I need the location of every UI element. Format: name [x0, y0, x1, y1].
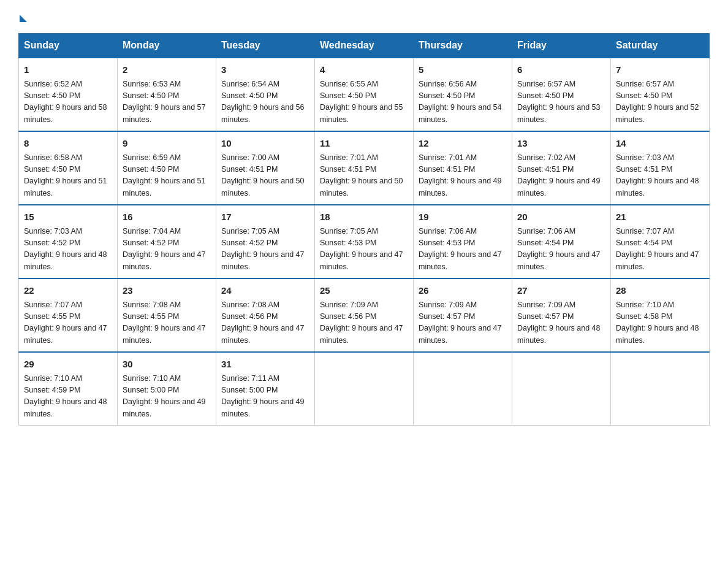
day-info: Sunrise: 7:05 AMSunset: 4:52 PMDaylight:… — [221, 227, 305, 271]
day-number: 22 — [24, 284, 112, 298]
day-number: 17 — [221, 210, 309, 224]
day-info: Sunrise: 7:07 AMSunset: 4:55 PMDaylight:… — [24, 301, 107, 345]
day-number: 20 — [517, 210, 605, 224]
day-number: 30 — [123, 358, 211, 372]
day-number: 1 — [24, 63, 112, 77]
calendar-day-cell: 9Sunrise: 6:59 AMSunset: 4:50 PMDaylight… — [118, 131, 216, 205]
calendar-day-cell: 23Sunrise: 7:08 AMSunset: 4:55 PMDayligh… — [118, 278, 216, 352]
day-number: 4 — [320, 63, 408, 77]
calendar-day-cell: 17Sunrise: 7:05 AMSunset: 4:52 PMDayligh… — [216, 205, 315, 278]
day-info: Sunrise: 6:58 AMSunset: 4:50 PMDaylight:… — [24, 153, 107, 197]
header-tuesday: Tuesday — [216, 34, 315, 58]
calendar-day-cell — [414, 352, 512, 426]
calendar-day-cell — [611, 352, 710, 426]
day-number: 15 — [24, 210, 112, 224]
calendar-day-cell: 10Sunrise: 7:00 AMSunset: 4:51 PMDayligh… — [216, 131, 315, 205]
day-number: 8 — [24, 137, 112, 151]
calendar-day-cell: 6Sunrise: 6:57 AMSunset: 4:50 PMDaylight… — [512, 58, 611, 131]
day-info: Sunrise: 7:09 AMSunset: 4:57 PMDaylight:… — [419, 301, 502, 345]
calendar-day-cell: 8Sunrise: 6:58 AMSunset: 4:50 PMDaylight… — [19, 131, 118, 205]
calendar-day-cell: 1Sunrise: 6:52 AMSunset: 4:50 PMDaylight… — [19, 58, 118, 131]
header-sunday: Sunday — [19, 34, 118, 58]
day-info: Sunrise: 7:09 AMSunset: 4:57 PMDaylight:… — [517, 301, 601, 345]
day-info: Sunrise: 7:06 AMSunset: 4:54 PMDaylight:… — [517, 227, 601, 271]
calendar-header-row: SundayMondayTuesdayWednesdayThursdayFrid… — [19, 34, 710, 58]
day-number: 5 — [419, 63, 507, 77]
day-info: Sunrise: 6:55 AMSunset: 4:50 PMDaylight:… — [320, 80, 403, 124]
day-info: Sunrise: 7:00 AMSunset: 4:51 PMDaylight:… — [221, 153, 305, 197]
day-info: Sunrise: 7:10 AMSunset: 4:58 PMDaylight:… — [616, 301, 699, 345]
day-info: Sunrise: 7:06 AMSunset: 4:53 PMDaylight:… — [419, 227, 502, 271]
day-info: Sunrise: 7:09 AMSunset: 4:56 PMDaylight:… — [320, 301, 403, 345]
day-number: 23 — [123, 284, 211, 298]
day-number: 18 — [320, 210, 408, 224]
calendar-day-cell: 14Sunrise: 7:03 AMSunset: 4:51 PMDayligh… — [611, 131, 710, 205]
calendar-day-cell: 4Sunrise: 6:55 AMSunset: 4:50 PMDaylight… — [315, 58, 414, 131]
day-info: Sunrise: 6:59 AMSunset: 4:50 PMDaylight:… — [123, 153, 206, 197]
day-info: Sunrise: 7:02 AMSunset: 4:51 PMDaylight:… — [517, 153, 601, 197]
calendar-day-cell: 30Sunrise: 7:10 AMSunset: 5:00 PMDayligh… — [118, 352, 216, 426]
day-number: 24 — [221, 284, 309, 298]
calendar-day-cell: 13Sunrise: 7:02 AMSunset: 4:51 PMDayligh… — [512, 131, 611, 205]
calendar-day-cell: 20Sunrise: 7:06 AMSunset: 4:54 PMDayligh… — [512, 205, 611, 278]
calendar-day-cell: 18Sunrise: 7:05 AMSunset: 4:53 PMDayligh… — [315, 205, 414, 278]
calendar-week-row: 29Sunrise: 7:10 AMSunset: 4:59 PMDayligh… — [19, 352, 710, 426]
day-info: Sunrise: 7:10 AMSunset: 5:00 PMDaylight:… — [123, 374, 206, 418]
calendar-day-cell: 5Sunrise: 6:56 AMSunset: 4:50 PMDaylight… — [414, 58, 512, 131]
day-number: 10 — [221, 137, 309, 151]
day-info: Sunrise: 7:03 AMSunset: 4:51 PMDaylight:… — [616, 153, 699, 197]
day-info: Sunrise: 6:54 AMSunset: 4:50 PMDaylight:… — [221, 80, 305, 124]
day-info: Sunrise: 7:01 AMSunset: 4:51 PMDaylight:… — [419, 153, 502, 197]
day-number: 7 — [616, 63, 704, 77]
day-info: Sunrise: 6:57 AMSunset: 4:50 PMDaylight:… — [517, 80, 601, 124]
header-friday: Friday — [512, 34, 611, 58]
day-number: 14 — [616, 137, 704, 151]
calendar-day-cell: 28Sunrise: 7:10 AMSunset: 4:58 PMDayligh… — [611, 278, 710, 352]
calendar-day-cell: 7Sunrise: 6:57 AMSunset: 4:50 PMDaylight… — [611, 58, 710, 131]
day-number: 9 — [123, 137, 211, 151]
header-saturday: Saturday — [611, 34, 710, 58]
calendar-day-cell: 19Sunrise: 7:06 AMSunset: 4:53 PMDayligh… — [414, 205, 512, 278]
logo — [18, 12, 27, 21]
header-monday: Monday — [118, 34, 216, 58]
day-number: 27 — [517, 284, 605, 298]
calendar-table: SundayMondayTuesdayWednesdayThursdayFrid… — [18, 33, 710, 426]
calendar-week-row: 8Sunrise: 6:58 AMSunset: 4:50 PMDaylight… — [19, 131, 710, 205]
day-info: Sunrise: 7:03 AMSunset: 4:52 PMDaylight:… — [24, 227, 107, 271]
calendar-day-cell: 25Sunrise: 7:09 AMSunset: 4:56 PMDayligh… — [315, 278, 414, 352]
day-info: Sunrise: 7:07 AMSunset: 4:54 PMDaylight:… — [616, 227, 699, 271]
calendar-day-cell: 12Sunrise: 7:01 AMSunset: 4:51 PMDayligh… — [414, 131, 512, 205]
day-number: 25 — [320, 284, 408, 298]
day-info: Sunrise: 7:05 AMSunset: 4:53 PMDaylight:… — [320, 227, 403, 271]
calendar-day-cell: 16Sunrise: 7:04 AMSunset: 4:52 PMDayligh… — [118, 205, 216, 278]
day-number: 13 — [517, 137, 605, 151]
calendar-day-cell: 15Sunrise: 7:03 AMSunset: 4:52 PMDayligh… — [19, 205, 118, 278]
calendar-day-cell: 24Sunrise: 7:08 AMSunset: 4:56 PMDayligh… — [216, 278, 315, 352]
day-number: 11 — [320, 137, 408, 151]
calendar-week-row: 22Sunrise: 7:07 AMSunset: 4:55 PMDayligh… — [19, 278, 710, 352]
day-info: Sunrise: 7:10 AMSunset: 4:59 PMDaylight:… — [24, 374, 107, 418]
day-info: Sunrise: 6:52 AMSunset: 4:50 PMDaylight:… — [24, 80, 107, 124]
day-number: 28 — [616, 284, 704, 298]
calendar-week-row: 15Sunrise: 7:03 AMSunset: 4:52 PMDayligh… — [19, 205, 710, 278]
day-info: Sunrise: 7:04 AMSunset: 4:52 PMDaylight:… — [123, 227, 206, 271]
day-number: 6 — [517, 63, 605, 77]
calendar-day-cell: 3Sunrise: 6:54 AMSunset: 4:50 PMDaylight… — [216, 58, 315, 131]
calendar-day-cell: 2Sunrise: 6:53 AMSunset: 4:50 PMDaylight… — [118, 58, 216, 131]
day-number: 19 — [419, 210, 507, 224]
day-number: 29 — [24, 358, 112, 372]
header-wednesday: Wednesday — [315, 34, 414, 58]
day-number: 2 — [123, 63, 211, 77]
calendar-day-cell: 31Sunrise: 7:11 AMSunset: 5:00 PMDayligh… — [216, 352, 315, 426]
calendar-day-cell: 21Sunrise: 7:07 AMSunset: 4:54 PMDayligh… — [611, 205, 710, 278]
calendar-day-cell: 22Sunrise: 7:07 AMSunset: 4:55 PMDayligh… — [19, 278, 118, 352]
day-number: 3 — [221, 63, 309, 77]
day-number: 31 — [221, 358, 309, 372]
day-number: 26 — [419, 284, 507, 298]
day-info: Sunrise: 7:01 AMSunset: 4:51 PMDaylight:… — [320, 153, 403, 197]
day-info: Sunrise: 7:08 AMSunset: 4:56 PMDaylight:… — [221, 301, 305, 345]
calendar-day-cell — [512, 352, 611, 426]
calendar-day-cell: 27Sunrise: 7:09 AMSunset: 4:57 PMDayligh… — [512, 278, 611, 352]
calendar-day-cell: 29Sunrise: 7:10 AMSunset: 4:59 PMDayligh… — [19, 352, 118, 426]
day-number: 12 — [419, 137, 507, 151]
